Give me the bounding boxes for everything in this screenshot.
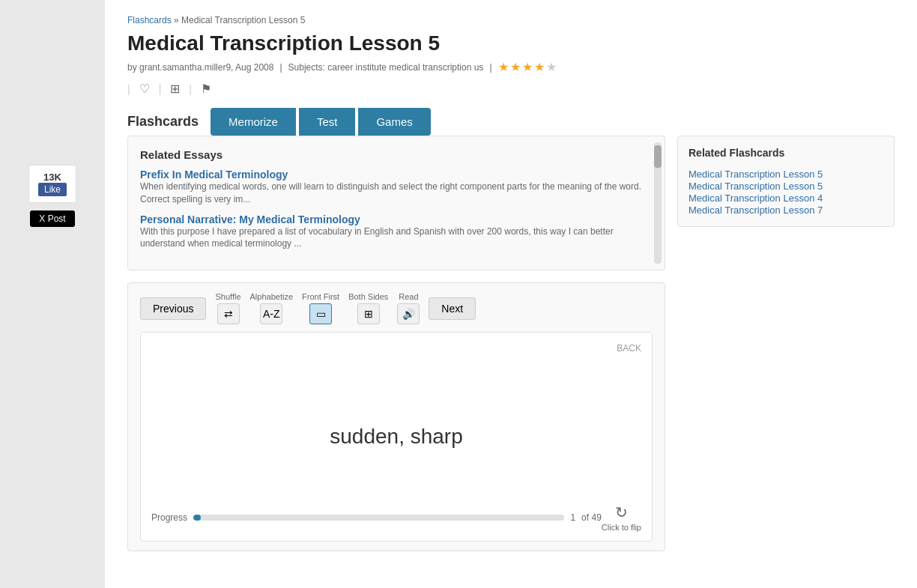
- x-post-button[interactable]: X Post: [30, 210, 74, 227]
- progress-label: Progress: [151, 512, 187, 523]
- essays-scrollbar[interactable]: [654, 142, 662, 264]
- progress-section: Progress 1 of 49: [151, 512, 602, 523]
- essays-scrollbar-thumb: [654, 145, 662, 168]
- alphabetize-control: Alphabetize A-Z: [250, 292, 294, 324]
- fb-count: 13K: [38, 172, 67, 183]
- tabs-container: Flashcards Memorize Test Games: [127, 108, 895, 136]
- both-sides-button[interactable]: ⊞: [357, 303, 380, 324]
- add-icon[interactable]: ⊞: [167, 82, 183, 96]
- shuffle-label: Shuffle: [215, 292, 240, 301]
- tab-test[interactable]: Test: [299, 108, 356, 136]
- related-essays-section: Related Essays Prefix In Medical Termino…: [127, 136, 665, 270]
- share-icon[interactable]: ⚑: [198, 82, 214, 96]
- breadcrumb-home[interactable]: Flashcards: [127, 15, 172, 25]
- fb-like-button[interactable]: Like: [38, 183, 67, 196]
- rating-stars: ★ ★ ★ ★ ★: [498, 60, 557, 74]
- related-flashcards-title: Related Flashcards: [688, 147, 883, 159]
- star-1: ★: [498, 60, 509, 74]
- star-2: ★: [510, 60, 521, 74]
- back-label: BACK: [617, 343, 641, 354]
- progress-bar-container: [193, 515, 564, 521]
- flashcard-area[interactable]: BACK sudden, sharp Progress 1 of 49: [140, 332, 653, 542]
- next-button[interactable]: Next: [429, 297, 476, 320]
- related-item-3: Medical Transcription Lesson 4: [688, 192, 883, 204]
- related-item-4: Medical Transcription Lesson 7: [688, 204, 883, 216]
- content-area: Related Essays Prefix In Medical Termino…: [127, 136, 895, 551]
- meta-separator: |: [279, 62, 282, 73]
- star-5: ★: [546, 60, 557, 74]
- progress-current: 1: [570, 512, 575, 523]
- main-panel: Related Essays Prefix In Medical Termino…: [127, 136, 665, 551]
- shuffle-button[interactable]: ⇄: [217, 303, 240, 324]
- star-4: ★: [534, 60, 545, 74]
- left-sidebar: 13K Like X Post: [0, 0, 105, 588]
- flip-icon: ↻: [615, 503, 628, 521]
- essay-excerpt-2: With this purpose I have prepared a list…: [140, 225, 653, 251]
- progress-bar-fill: [193, 515, 201, 521]
- front-first-control: Front First ▭: [302, 292, 339, 324]
- right-panel: Related Flashcards Medical Transcription…: [677, 136, 895, 551]
- flashcard-text: sudden, sharp: [330, 425, 462, 449]
- related-link-2[interactable]: Medical Transcription Lesson 5: [688, 181, 823, 192]
- essay-link-1[interactable]: Prefix In Medical Terminology: [140, 169, 288, 181]
- tab-memorize[interactable]: Memorize: [211, 108, 296, 136]
- read-control: Read 🔊: [397, 292, 420, 324]
- essay-link-2[interactable]: Personal Narrative: My Medical Terminolo…: [140, 213, 360, 225]
- both-sides-control: Both Sides ⊞: [348, 292, 388, 324]
- fb-like-box: 13K Like: [28, 165, 76, 203]
- alphabetize-label: Alphabetize: [250, 292, 294, 301]
- controls-row: Previous Shuffle ⇄ Alphabetize A-Z Front…: [140, 292, 653, 324]
- meta-row: by grant.samantha.miller9, Aug 2008 | Su…: [127, 60, 895, 74]
- related-link-4[interactable]: Medical Transcription Lesson 7: [688, 204, 823, 216]
- card-footer: Progress 1 of 49 ↻ Click to flip: [141, 503, 652, 532]
- shuffle-control: Shuffle ⇄: [215, 292, 240, 324]
- related-link-1[interactable]: Medical Transcription Lesson 5: [688, 169, 823, 180]
- essay-excerpt-1: When identifying medical words, one will…: [140, 181, 653, 206]
- star-3: ★: [522, 60, 533, 74]
- related-link-3[interactable]: Medical Transcription Lesson 4: [688, 193, 823, 204]
- action-icons: | ♡ | ⊞ | ⚑: [127, 82, 895, 96]
- breadcrumb-separator: »: [174, 15, 179, 25]
- read-label: Read: [399, 292, 418, 301]
- front-first-label: Front First: [302, 292, 339, 301]
- favorite-icon[interactable]: ♡: [136, 82, 153, 96]
- previous-button[interactable]: Previous: [140, 297, 206, 320]
- alphabetize-button[interactable]: A-Z: [260, 303, 282, 324]
- tab-flashcards[interactable]: Flashcards: [127, 108, 211, 136]
- related-item-2: Medical Transcription Lesson 5: [688, 180, 883, 192]
- both-sides-label: Both Sides: [348, 292, 388, 301]
- flip-section[interactable]: ↻ Click to flip: [602, 503, 641, 532]
- tab-games[interactable]: Games: [358, 108, 430, 136]
- meta-subjects: Subjects: career institute medical trans…: [288, 62, 484, 73]
- related-essays-title: Related Essays: [140, 148, 653, 161]
- breadcrumb: Flashcards » Medical Transcription Lesso…: [127, 15, 895, 25]
- flashcard-controls: Previous Shuffle ⇄ Alphabetize A-Z Front…: [127, 282, 665, 551]
- page-title: Medical Transcription Lesson 5: [127, 31, 895, 55]
- meta-author: by grant.samantha.miller9, Aug 2008: [127, 62, 273, 73]
- essay-item-1: Prefix In Medical Terminology When ident…: [140, 169, 653, 206]
- main-content: Flashcards » Medical Transcription Lesso…: [105, 0, 917, 588]
- front-first-button[interactable]: ▭: [309, 303, 332, 324]
- meta-divider: |: [489, 62, 491, 73]
- flip-label: Click to flip: [602, 523, 641, 532]
- essay-item-2: Personal Narrative: My Medical Terminolo…: [140, 213, 653, 251]
- read-button[interactable]: 🔊: [397, 303, 420, 324]
- related-scroll-area: Medical Transcription Lesson 5 Medical T…: [688, 168, 883, 216]
- related-flashcards-box: Related Flashcards Medical Transcription…: [677, 136, 895, 227]
- breadcrumb-current: Medical Transcription Lesson 5: [181, 15, 305, 25]
- related-item-1: Medical Transcription Lesson 5: [688, 168, 883, 180]
- progress-of: of 49: [581, 512, 602, 523]
